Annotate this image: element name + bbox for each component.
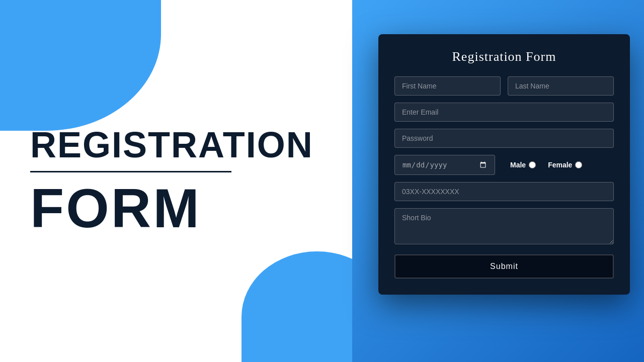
female-option[interactable]: Female	[548, 161, 582, 169]
female-radio[interactable]	[575, 161, 582, 168]
name-row	[394, 76, 614, 96]
form-heading: FORM	[30, 180, 352, 236]
email-input[interactable]	[394, 103, 614, 122]
male-radio[interactable]	[529, 161, 536, 168]
female-label: Female	[548, 161, 572, 169]
bio-textarea[interactable]	[394, 208, 614, 244]
password-input[interactable]	[394, 129, 614, 148]
last-name-field	[508, 76, 614, 96]
registration-form-card: Registration Form Male Female Submi	[378, 34, 630, 295]
divider	[30, 171, 231, 172]
registration-heading: REGISTRATION	[30, 127, 352, 163]
male-option[interactable]: Male	[510, 161, 536, 169]
submit-button[interactable]: Submit	[394, 254, 614, 279]
left-content: REGISTRATION FORM	[0, 0, 352, 362]
first-name-input[interactable]	[394, 76, 501, 96]
dob-gender-row: Male Female	[394, 155, 614, 175]
form-title: Registration Form	[394, 49, 614, 64]
phone-input[interactable]	[394, 182, 614, 201]
gender-options: Male Female	[510, 161, 582, 169]
last-name-input[interactable]	[508, 76, 614, 96]
first-name-field	[394, 76, 501, 96]
male-label: Male	[510, 161, 526, 169]
dob-input[interactable]	[394, 155, 495, 175]
